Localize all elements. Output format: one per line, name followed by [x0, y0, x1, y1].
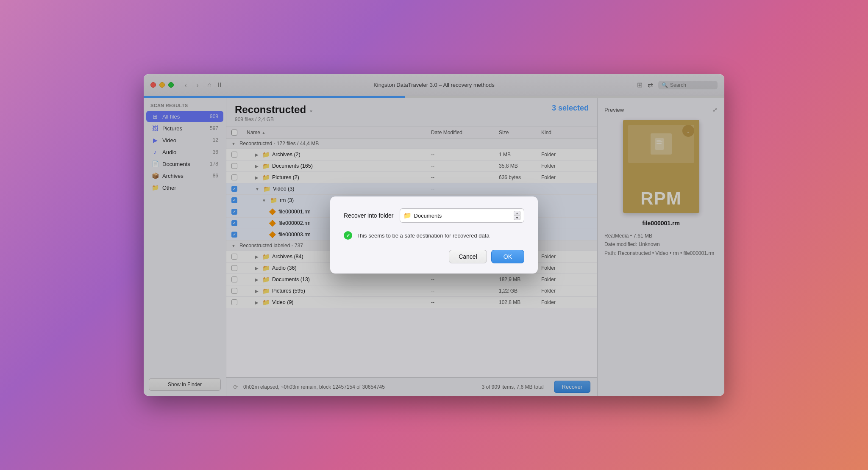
stepper-up-button[interactable]: ▲ — [514, 211, 520, 216]
recover-into-label: Recover into folder — [344, 212, 394, 219]
safe-text: This seems to be a safe destination for … — [356, 232, 490, 239]
folder-picker[interactable]: 📁 Documents ▲ ▼ — [400, 208, 524, 223]
folder-picker-name: Documents — [414, 213, 511, 219]
modal-buttons: Cancel OK — [344, 250, 524, 263]
safe-check-icon: ✓ — [344, 231, 352, 240]
folder-picker-icon: 📁 — [403, 212, 412, 219]
ok-button[interactable]: OK — [491, 250, 524, 263]
folder-stepper[interactable]: ▲ ▼ — [514, 211, 520, 220]
modal-overlay: Recover into folder 📁 Documents ▲ ▼ ✓ Th… — [144, 74, 724, 396]
main-window: ‹ › ⌂ ⏸ Kingston DataTraveler 3.0 – All … — [144, 74, 724, 396]
recover-dialog: Recover into folder 📁 Documents ▲ ▼ ✓ Th… — [330, 196, 538, 274]
stepper-down-button[interactable]: ▼ — [514, 216, 520, 220]
modal-folder-row: Recover into folder 📁 Documents ▲ ▼ — [344, 208, 524, 223]
modal-safe-row: ✓ This seems to be a safe destination fo… — [344, 231, 524, 240]
cancel-button[interactable]: Cancel — [449, 250, 487, 263]
